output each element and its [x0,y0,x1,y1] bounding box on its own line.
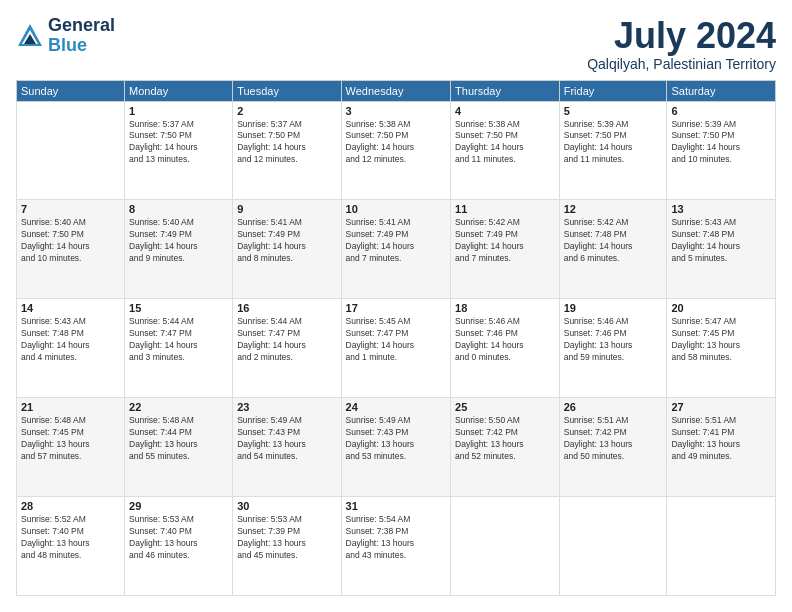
table-row: 11Sunrise: 5:42 AM Sunset: 7:49 PM Dayli… [451,200,560,299]
table-row: 17Sunrise: 5:45 AM Sunset: 7:47 PM Dayli… [341,299,451,398]
col-wednesday: Wednesday [341,80,451,101]
logo-icon [16,22,44,50]
day-number: 26 [564,401,663,413]
day-info: Sunrise: 5:43 AM Sunset: 7:48 PM Dayligh… [671,217,771,265]
day-info: Sunrise: 5:40 AM Sunset: 7:50 PM Dayligh… [21,217,120,265]
day-info: Sunrise: 5:38 AM Sunset: 7:50 PM Dayligh… [346,119,447,167]
table-row: 9Sunrise: 5:41 AM Sunset: 7:49 PM Daylig… [233,200,341,299]
col-saturday: Saturday [667,80,776,101]
week-row-3: 21Sunrise: 5:48 AM Sunset: 7:45 PM Dayli… [17,398,776,497]
day-info: Sunrise: 5:38 AM Sunset: 7:50 PM Dayligh… [455,119,555,167]
col-monday: Monday [125,80,233,101]
day-number: 11 [455,203,555,215]
day-info: Sunrise: 5:41 AM Sunset: 7:49 PM Dayligh… [237,217,336,265]
day-number: 6 [671,105,771,117]
day-info: Sunrise: 5:39 AM Sunset: 7:50 PM Dayligh… [564,119,663,167]
table-row: 26Sunrise: 5:51 AM Sunset: 7:42 PM Dayli… [559,398,667,497]
day-number: 15 [129,302,228,314]
day-number: 7 [21,203,120,215]
table-row: 28Sunrise: 5:52 AM Sunset: 7:40 PM Dayli… [17,497,125,596]
day-number: 9 [237,203,336,215]
table-row: 15Sunrise: 5:44 AM Sunset: 7:47 PM Dayli… [125,299,233,398]
day-number: 13 [671,203,771,215]
day-number: 14 [21,302,120,314]
table-row: 2Sunrise: 5:37 AM Sunset: 7:50 PM Daylig… [233,101,341,200]
table-row: 14Sunrise: 5:43 AM Sunset: 7:48 PM Dayli… [17,299,125,398]
table-row: 13Sunrise: 5:43 AM Sunset: 7:48 PM Dayli… [667,200,776,299]
table-row [17,101,125,200]
day-info: Sunrise: 5:50 AM Sunset: 7:42 PM Dayligh… [455,415,555,463]
title-block: July 2024 Qalqilyah, Palestinian Territo… [587,16,776,72]
day-info: Sunrise: 5:44 AM Sunset: 7:47 PM Dayligh… [129,316,228,364]
day-number: 12 [564,203,663,215]
month-title: July 2024 [587,16,776,56]
day-info: Sunrise: 5:41 AM Sunset: 7:49 PM Dayligh… [346,217,447,265]
week-row-1: 7Sunrise: 5:40 AM Sunset: 7:50 PM Daylig… [17,200,776,299]
day-info: Sunrise: 5:46 AM Sunset: 7:46 PM Dayligh… [564,316,663,364]
week-row-2: 14Sunrise: 5:43 AM Sunset: 7:48 PM Dayli… [17,299,776,398]
location-title: Qalqilyah, Palestinian Territory [587,56,776,72]
table-row: 31Sunrise: 5:54 AM Sunset: 7:38 PM Dayli… [341,497,451,596]
day-number: 28 [21,500,120,512]
day-number: 24 [346,401,447,413]
table-row: 25Sunrise: 5:50 AM Sunset: 7:42 PM Dayli… [451,398,560,497]
day-info: Sunrise: 5:45 AM Sunset: 7:47 PM Dayligh… [346,316,447,364]
page: General Blue July 2024 Qalqilyah, Palest… [0,0,792,612]
table-row: 22Sunrise: 5:48 AM Sunset: 7:44 PM Dayli… [125,398,233,497]
table-row: 29Sunrise: 5:53 AM Sunset: 7:40 PM Dayli… [125,497,233,596]
day-info: Sunrise: 5:46 AM Sunset: 7:46 PM Dayligh… [455,316,555,364]
day-number: 1 [129,105,228,117]
day-info: Sunrise: 5:47 AM Sunset: 7:45 PM Dayligh… [671,316,771,364]
day-number: 30 [237,500,336,512]
table-row: 5Sunrise: 5:39 AM Sunset: 7:50 PM Daylig… [559,101,667,200]
day-number: 20 [671,302,771,314]
day-number: 2 [237,105,336,117]
logo: General Blue [16,16,115,56]
day-number: 8 [129,203,228,215]
day-info: Sunrise: 5:49 AM Sunset: 7:43 PM Dayligh… [237,415,336,463]
day-info: Sunrise: 5:48 AM Sunset: 7:45 PM Dayligh… [21,415,120,463]
day-info: Sunrise: 5:39 AM Sunset: 7:50 PM Dayligh… [671,119,771,167]
table-row [559,497,667,596]
logo-general: General [48,15,115,35]
table-row: 4Sunrise: 5:38 AM Sunset: 7:50 PM Daylig… [451,101,560,200]
day-info: Sunrise: 5:52 AM Sunset: 7:40 PM Dayligh… [21,514,120,562]
table-row [451,497,560,596]
day-number: 31 [346,500,447,512]
week-row-0: 1Sunrise: 5:37 AM Sunset: 7:50 PM Daylig… [17,101,776,200]
day-info: Sunrise: 5:44 AM Sunset: 7:47 PM Dayligh… [237,316,336,364]
day-number: 5 [564,105,663,117]
day-info: Sunrise: 5:53 AM Sunset: 7:40 PM Dayligh… [129,514,228,562]
table-row: 27Sunrise: 5:51 AM Sunset: 7:41 PM Dayli… [667,398,776,497]
day-number: 16 [237,302,336,314]
day-info: Sunrise: 5:42 AM Sunset: 7:48 PM Dayligh… [564,217,663,265]
day-info: Sunrise: 5:49 AM Sunset: 7:43 PM Dayligh… [346,415,447,463]
table-row: 21Sunrise: 5:48 AM Sunset: 7:45 PM Dayli… [17,398,125,497]
table-row: 7Sunrise: 5:40 AM Sunset: 7:50 PM Daylig… [17,200,125,299]
table-row: 1Sunrise: 5:37 AM Sunset: 7:50 PM Daylig… [125,101,233,200]
day-number: 21 [21,401,120,413]
col-sunday: Sunday [17,80,125,101]
table-row: 6Sunrise: 5:39 AM Sunset: 7:50 PM Daylig… [667,101,776,200]
day-number: 29 [129,500,228,512]
header: General Blue July 2024 Qalqilyah, Palest… [16,16,776,72]
table-row: 3Sunrise: 5:38 AM Sunset: 7:50 PM Daylig… [341,101,451,200]
day-number: 10 [346,203,447,215]
day-info: Sunrise: 5:42 AM Sunset: 7:49 PM Dayligh… [455,217,555,265]
col-friday: Friday [559,80,667,101]
day-number: 22 [129,401,228,413]
table-row: 23Sunrise: 5:49 AM Sunset: 7:43 PM Dayli… [233,398,341,497]
day-number: 17 [346,302,447,314]
table-row: 10Sunrise: 5:41 AM Sunset: 7:49 PM Dayli… [341,200,451,299]
week-row-4: 28Sunrise: 5:52 AM Sunset: 7:40 PM Dayli… [17,497,776,596]
day-number: 23 [237,401,336,413]
day-number: 3 [346,105,447,117]
day-info: Sunrise: 5:51 AM Sunset: 7:41 PM Dayligh… [671,415,771,463]
table-row: 8Sunrise: 5:40 AM Sunset: 7:49 PM Daylig… [125,200,233,299]
table-row: 19Sunrise: 5:46 AM Sunset: 7:46 PM Dayli… [559,299,667,398]
day-info: Sunrise: 5:43 AM Sunset: 7:48 PM Dayligh… [21,316,120,364]
table-row: 20Sunrise: 5:47 AM Sunset: 7:45 PM Dayli… [667,299,776,398]
logo-blue: Blue [48,35,87,55]
logo-text: General Blue [48,16,115,56]
day-number: 4 [455,105,555,117]
